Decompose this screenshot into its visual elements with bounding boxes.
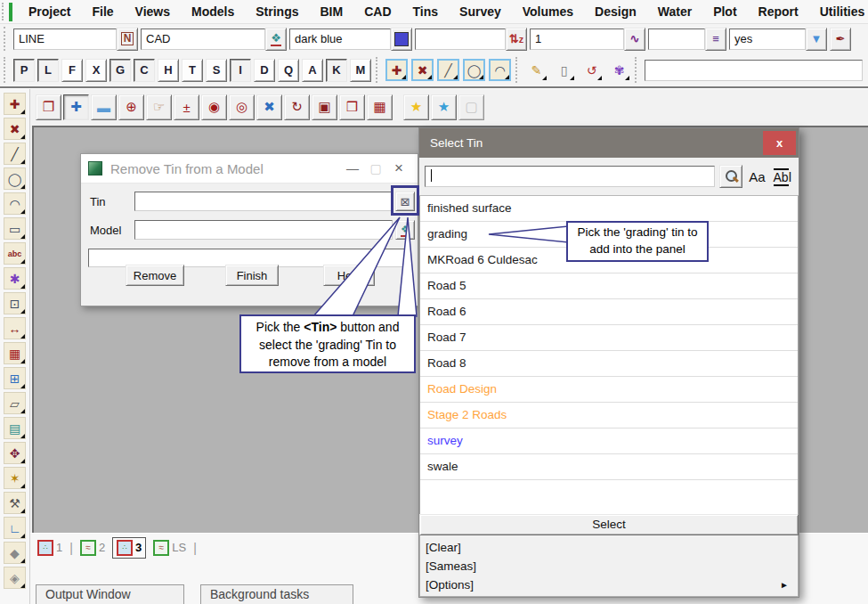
create-symbol-tool[interactable]: ✱: [4, 267, 26, 290]
view-tab-1[interactable]: 1: [34, 538, 66, 558]
tin-create-tool[interactable]: ◆: [4, 542, 26, 564]
toggle-k[interactable]: K: [326, 59, 347, 82]
snap-cross-icon[interactable]: ✖: [411, 59, 434, 81]
menu-project[interactable]: Project: [18, 2, 81, 21]
utilities-tool[interactable]: ⚒: [4, 492, 26, 514]
output-window-panel[interactable]: Output Window: [36, 584, 184, 604]
move-tool[interactable]: ✥: [4, 442, 26, 464]
toolbar-grip[interactable]: [376, 57, 381, 84]
layout-button[interactable]: ▢: [458, 94, 484, 120]
menu-survey[interactable]: Survey: [449, 2, 512, 21]
toggle-q[interactable]: Q: [278, 59, 299, 82]
menu-tins[interactable]: Tins: [402, 2, 450, 21]
toggle-f[interactable]: F: [61, 59, 83, 82]
create-line-tool[interactable]: ╱: [4, 143, 26, 165]
cad-page-tool[interactable]: ▯: [553, 59, 575, 81]
menu-volumes[interactable]: Volumes: [512, 2, 584, 21]
redraw-button[interactable]: ↻: [284, 94, 310, 120]
cad-pencil-tool[interactable]: ✎: [525, 59, 548, 81]
tin-item-survey[interactable]: survey: [420, 429, 798, 454]
zoom-previous-button[interactable]: ◎: [229, 94, 255, 120]
menu-design[interactable]: Design: [584, 2, 647, 21]
linestyle-picker-button[interactable]: ∿: [624, 28, 645, 51]
toggle-d[interactable]: D: [254, 59, 275, 82]
copy-window-tool[interactable]: ⊞: [4, 367, 26, 389]
model-input[interactable]: [141, 29, 265, 50]
snap-arc-icon[interactable]: ◠: [489, 59, 511, 81]
match-case-button[interactable]: Aa: [747, 169, 767, 184]
model-input-dialog[interactable]: [134, 220, 393, 240]
menu-water[interactable]: Water: [647, 2, 702, 21]
toggle-l[interactable]: L: [37, 59, 59, 82]
create-circle-tool[interactable]: ◯: [4, 167, 26, 190]
colour-picker-button[interactable]: [391, 28, 412, 51]
command-input[interactable]: [645, 60, 863, 81]
grid-tool[interactable]: ▦: [4, 342, 26, 364]
snap-point-icon[interactable]: ✚: [385, 59, 408, 81]
tin-item-road-5[interactable]: Road 5: [420, 273, 798, 299]
zoom-fit-button[interactable]: ⊕: [118, 94, 144, 120]
whole-word-button[interactable]: Abl: [772, 169, 793, 184]
grid-view-button[interactable]: ▦: [367, 94, 393, 120]
menu-plot[interactable]: Plot: [702, 2, 747, 21]
tin-item-road-7[interactable]: Road 7: [420, 325, 798, 351]
toggle-m[interactable]: M: [350, 59, 371, 82]
weight-input[interactable]: [648, 29, 705, 50]
menu-sameas[interactable]: [Sameas]: [420, 557, 798, 575]
toolbar-grip[interactable]: [2, 3, 4, 21]
tin-picker-button[interactable]: ⊠: [395, 192, 415, 211]
search-button[interactable]: [719, 165, 742, 188]
image-tool[interactable]: ▤: [4, 417, 26, 439]
tinable-dropdown-button[interactable]: ▼: [806, 28, 827, 51]
create-arc-tool[interactable]: ◠: [4, 192, 26, 215]
favourites-blue-button[interactable]: ★: [431, 94, 457, 120]
toggle-t[interactable]: T: [182, 59, 203, 82]
minimize-icon[interactable]: —: [341, 161, 364, 175]
tin-item-road-6[interactable]: Road 6: [420, 299, 798, 325]
view-tab-ls[interactable]: LS: [150, 538, 190, 558]
toolbar-grip[interactable]: [4, 27, 9, 50]
toggle-x[interactable]: X: [85, 59, 107, 82]
plot-button[interactable]: ▣: [312, 94, 337, 120]
background-tasks-panel[interactable]: Background tasks: [200, 584, 353, 604]
menu-models[interactable]: Models: [181, 2, 245, 21]
pan-button[interactable]: ☞: [146, 94, 172, 120]
zoom-in-button[interactable]: ✚: [63, 94, 89, 120]
create-text-tool[interactable]: abc: [4, 242, 26, 265]
height-z-button[interactable]: ⇅z: [506, 28, 527, 51]
fillet-tool[interactable]: ∟: [4, 517, 26, 539]
menu-file[interactable]: File: [81, 2, 124, 21]
create-string-tool[interactable]: ✖: [4, 118, 26, 140]
remove-button[interactable]: Remove: [126, 265, 184, 286]
menu-clear[interactable]: [Clear]: [420, 538, 798, 557]
justify-n-button[interactable]: N: [117, 28, 138, 51]
menu-report[interactable]: Report: [748, 2, 809, 21]
tin-item-swale[interactable]: swale: [420, 454, 798, 480]
menu-cad[interactable]: CAD: [353, 2, 402, 21]
tin-colour-tool[interactable]: ◈: [4, 567, 26, 589]
select-tin-titlebar[interactable]: Select Tin x: [419, 128, 799, 158]
maximize-icon[interactable]: ▢: [364, 161, 387, 175]
tin-item-road-8[interactable]: Road 8: [420, 351, 798, 377]
finish-button[interactable]: Finish: [225, 265, 279, 286]
copy-view-button[interactable]: ❒: [339, 94, 365, 120]
toggle-a[interactable]: A: [302, 59, 323, 82]
close-icon[interactable]: ×: [387, 159, 410, 177]
snap-line-icon[interactable]: ╱: [437, 59, 459, 81]
colour-input[interactable]: [289, 29, 391, 50]
tin-filter-input[interactable]: [425, 166, 715, 187]
toggle-p[interactable]: P: [13, 59, 35, 82]
view-menu-button[interactable]: ❐: [36, 94, 61, 120]
menu-strings[interactable]: Strings: [245, 2, 309, 21]
cad-recalc-tool[interactable]: ↺: [580, 59, 603, 81]
tin-item-road-design[interactable]: Road Design: [420, 377, 798, 403]
help-button[interactable]: Help: [323, 265, 375, 286]
view-tab-2[interactable]: 2: [77, 538, 109, 558]
tin-item-stage-2-roads[interactable]: Stage 2 Roads: [420, 403, 798, 429]
wand-tool[interactable]: ✶: [4, 467, 26, 489]
height-input[interactable]: [415, 29, 506, 50]
view-tab-3[interactable]: 3: [112, 537, 146, 559]
toggle-c[interactable]: C: [134, 59, 155, 82]
cad-text-input[interactable]: [13, 29, 117, 50]
toggle-i[interactable]: I: [230, 59, 251, 82]
